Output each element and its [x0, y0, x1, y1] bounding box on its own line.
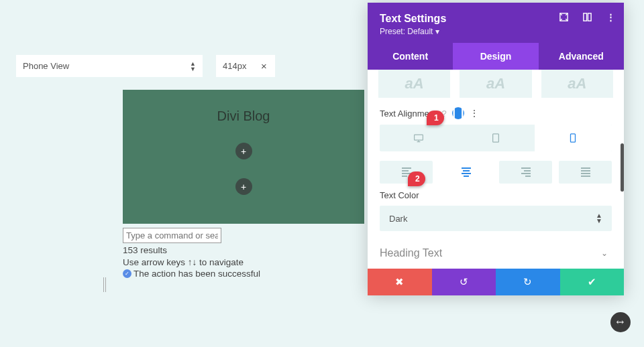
preset-row[interactable]: Preset: Default ▾ [380, 27, 612, 36]
svg-rect-6 [571, 134, 576, 142]
align-right[interactable] [499, 161, 552, 184]
panel-footer: ✖ ↺ ↻ ✔ [368, 269, 624, 295]
expand-fab[interactable]: ⤢ [606, 308, 635, 336]
redo-button[interactable]: ↻ [496, 269, 560, 295]
panel-header[interactable]: Text Settings Preset: Default ▾ ⋮ [368, 3, 624, 43]
success-icon: ✓ [123, 269, 131, 278]
svg-rect-5 [493, 134, 499, 142]
preview-module[interactable]: Divi Blog + + [123, 90, 364, 224]
annotation-1: 1 [427, 111, 444, 125]
width-value: 414px [223, 61, 246, 71]
scrollbar[interactable] [621, 143, 624, 192]
align-justify[interactable] [559, 161, 612, 184]
command-palette: 153 results Use arrow keys ↑↓ to navigat… [123, 228, 260, 279]
preview-heading: Divi Blog [217, 109, 270, 124]
device-phone[interactable] [535, 125, 612, 151]
option-more-icon[interactable]: ⋮ [470, 108, 479, 119]
cancel-button[interactable]: ✖ [368, 269, 432, 295]
columns-icon[interactable] [582, 12, 592, 22]
more-icon[interactable]: ⋮ [606, 12, 616, 22]
shadow-opt[interactable]: aA [460, 70, 531, 98]
command-input[interactable] [123, 228, 221, 243]
clear-width-button[interactable]: × [253, 55, 275, 77]
expand-icon[interactable] [559, 12, 569, 22]
text-color-label: Text Color [380, 190, 612, 200]
shadow-opt[interactable]: aA [541, 70, 613, 98]
chevron-down-icon: ⌄ [601, 249, 608, 258]
view-select[interactable]: Phone View ▲▼ [16, 55, 203, 77]
results-count: 153 results [123, 245, 260, 255]
svg-rect-2 [588, 13, 591, 21]
tab-advanced[interactable]: Advanced [539, 43, 624, 70]
add-module-button-2[interactable]: + [235, 178, 252, 195]
svg-rect-3 [453, 106, 462, 121]
text-color-select[interactable]: Dark ▲▼ [380, 206, 612, 231]
add-module-button[interactable]: + [235, 143, 252, 159]
settings-panel: Text Settings Preset: Default ▾ ⋮ Conten… [368, 3, 624, 295]
device-tabs [380, 125, 612, 151]
status-message: The action has been successful [133, 269, 260, 279]
preview-frame: Divi Blog + + [123, 90, 364, 224]
device-tablet[interactable] [457, 125, 534, 151]
annotation-2: 2 [408, 171, 425, 186]
responsive-icon[interactable] [452, 107, 464, 119]
text-color-value: Dark [389, 214, 407, 224]
tab-design[interactable]: Design [453, 43, 538, 70]
device-desktop[interactable] [380, 125, 457, 151]
chevron-down-icon: ▾ [435, 27, 439, 36]
text-shadow-options: aA aA aA [378, 70, 613, 98]
align-center[interactable] [439, 161, 492, 184]
shadow-opt[interactable]: aA [378, 70, 450, 98]
view-select-label: Phone View [23, 61, 69, 71]
save-button[interactable]: ✔ [560, 269, 625, 295]
tab-content[interactable]: Content [368, 43, 453, 70]
select-caret-icon: ▲▼ [190, 61, 196, 72]
svg-rect-1 [584, 13, 587, 21]
heading-text-section[interactable]: Heading Text ⌄ [380, 247, 612, 259]
settings-tabs: Content Design Advanced [368, 43, 624, 70]
select-caret-icon: ▲▼ [596, 213, 602, 224]
svg-rect-4 [414, 135, 423, 140]
undo-button[interactable]: ↺ [432, 269, 496, 295]
nav-hint: Use arrow keys ↑↓ to navigate [123, 257, 260, 267]
resize-handle[interactable] [103, 277, 106, 292]
